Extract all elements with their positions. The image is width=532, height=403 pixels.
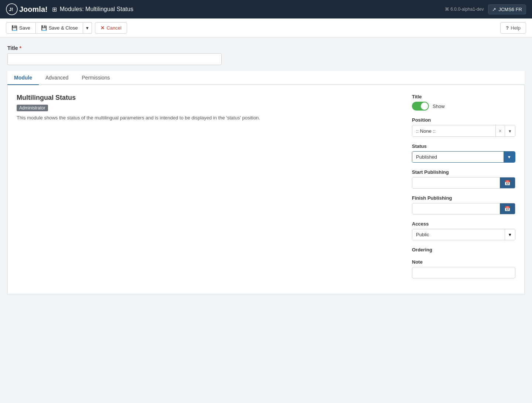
navbar: J! Joomla! ⊞ Modules: Multilingual Statu…	[0, 0, 532, 18]
save-close-icon: 💾	[41, 25, 47, 31]
access-dropdown-button[interactable]: ▾	[505, 229, 515, 240]
help-label: Help	[511, 25, 521, 31]
save-close-button[interactable]: 💾 Save & Close	[36, 22, 83, 34]
note-setting-group: Note	[412, 259, 515, 278]
show-label: Show	[433, 104, 445, 109]
start-publishing-date-group: 📅	[412, 177, 515, 189]
save-dropdown-button[interactable]: ▾	[83, 22, 92, 34]
save-close-label: Save & Close	[49, 25, 78, 31]
save-button[interactable]: 💾 Save	[6, 22, 36, 34]
joomla-logo-text: Joomla!	[19, 5, 48, 14]
status-setting-group: Status Published ▾	[412, 143, 515, 163]
module-info-panel: Multilingual Status Administrator This m…	[17, 94, 403, 285]
svg-text:J!: J!	[9, 7, 13, 12]
status-select-group: Published ▾	[412, 151, 515, 163]
module-page-icon: ⊞	[52, 6, 57, 13]
start-publishing-input[interactable]	[412, 177, 500, 188]
chevron-down-icon: ▾	[86, 25, 89, 31]
status-setting-label: Status	[412, 143, 515, 149]
module-description: This module shows the status of the mult…	[17, 114, 403, 122]
finish-publishing-label: Finish Publishing	[412, 195, 515, 201]
module-title: Multilingual Status	[17, 94, 403, 102]
title-field-label: Title *	[7, 45, 525, 51]
user-label: JCMS6 FR	[498, 7, 522, 12]
required-marker: *	[19, 45, 21, 51]
access-value: Public	[412, 229, 505, 240]
save-icon: 💾	[11, 25, 17, 31]
toggle-slider	[412, 102, 429, 111]
calendar-icon-start: 📅	[504, 180, 511, 186]
module-settings-panel: Title Show Position :: None :: × ▾	[412, 94, 515, 285]
status-value: Published	[412, 152, 504, 162]
page-title: Modules: Multilingual Status	[60, 6, 133, 13]
position-setting-label: Position	[412, 117, 515, 123]
position-select-group: :: None :: × ▾	[412, 125, 515, 137]
navbar-title: ⊞ Modules: Multilingual Status	[52, 6, 440, 13]
ordering-setting-group: Ordering	[412, 247, 515, 253]
start-publishing-group: Start Publishing 📅	[412, 169, 515, 189]
version-label: ⌘ 6.0.0-alpha1-dev	[445, 7, 484, 12]
title-setting-group: Title Show	[412, 94, 515, 111]
finish-publishing-date-group: 📅	[412, 203, 515, 214]
position-setting-group: Position :: None :: × ▾	[412, 117, 515, 137]
note-input[interactable]	[412, 267, 515, 278]
cancel-button[interactable]: ✕ Cancel	[95, 22, 127, 34]
title-field-group: Title *	[7, 45, 525, 65]
title-toggle[interactable]	[412, 102, 429, 111]
navbar-right: ⌘ 6.0.0-alpha1-dev ↗ JCMS6 FR	[445, 4, 526, 14]
help-icon: ?	[506, 25, 509, 31]
title-input[interactable]	[7, 53, 222, 65]
toolbar: 💾 Save 💾 Save & Close ▾ ✕ Cancel ? Help	[0, 18, 532, 38]
save-button-group: 💾 Save 💾 Save & Close ▾	[6, 22, 92, 34]
help-button[interactable]: ? Help	[500, 22, 526, 34]
main-content: Title * Module Advanced Permissions Mult…	[0, 38, 532, 302]
cancel-label: Cancel	[106, 25, 121, 31]
start-publishing-calendar-button[interactable]: 📅	[500, 177, 515, 188]
note-setting-label: Note	[412, 259, 515, 265]
save-label: Save	[19, 25, 30, 31]
finish-publishing-group: Finish Publishing 📅	[412, 195, 515, 214]
external-link-icon: ↗	[492, 7, 496, 12]
tab-advanced[interactable]: Advanced	[39, 71, 75, 85]
title-toggle-row: Show	[412, 102, 515, 111]
start-publishing-label: Start Publishing	[412, 169, 515, 175]
module-badge: Administrator	[17, 105, 48, 111]
tab-content-module: Multilingual Status Administrator This m…	[7, 85, 525, 294]
finish-publishing-calendar-button[interactable]: 📅	[500, 203, 515, 214]
cancel-icon: ✕	[100, 25, 105, 31]
tabs-container: Module Advanced Permissions	[7, 71, 525, 85]
title-setting-label: Title	[412, 94, 515, 99]
access-select-group: Public ▾	[412, 229, 515, 240]
access-setting-label: Access	[412, 221, 515, 227]
tab-module[interactable]: Module	[7, 71, 39, 85]
status-dropdown-button[interactable]: ▾	[504, 152, 515, 162]
tab-permissions[interactable]: Permissions	[75, 71, 116, 85]
joomla-logo: J! Joomla!	[6, 3, 48, 15]
ordering-setting-label: Ordering	[412, 247, 515, 253]
position-value: :: None ::	[412, 126, 495, 136]
finish-publishing-input[interactable]	[412, 203, 500, 214]
user-button[interactable]: ↗ JCMS6 FR	[488, 4, 526, 14]
joomla-logo-icon: J!	[6, 3, 18, 15]
position-dropdown-button[interactable]: ▾	[505, 126, 515, 136]
calendar-icon-finish: 📅	[504, 206, 511, 211]
access-setting-group: Access Public ▾	[412, 221, 515, 240]
position-clear-button[interactable]: ×	[495, 125, 505, 136]
